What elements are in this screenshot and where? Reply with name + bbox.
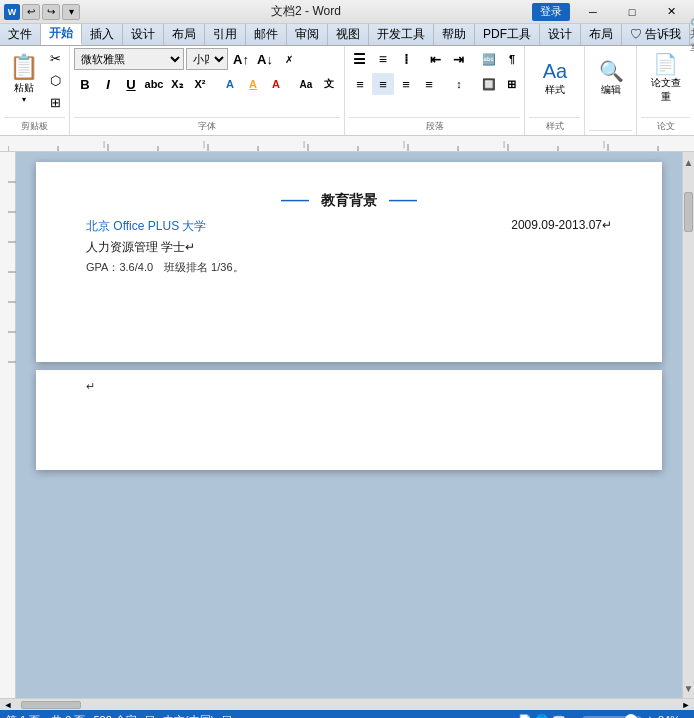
align-right-button[interactable]: ≡ [395,73,417,95]
zoom-out-button[interactable]: − [570,712,578,718]
font-name-select[interactable]: 微软雅黑 [74,48,184,70]
vertical-scrollbar[interactable]: ▲ ▼ [682,152,694,698]
tab-help[interactable]: 帮助 [434,24,475,45]
print-view-button[interactable]: 📄 [518,714,532,719]
track-changes: ☐ [222,714,232,719]
align-center-button[interactable]: ≡ [372,73,394,95]
tab-layout2[interactable]: 布局 [581,24,622,45]
quick-access-button[interactable]: ▾ [62,4,80,20]
read-view-button[interactable]: 📖 [552,714,566,719]
font-size-select[interactable]: 小四 [186,48,228,70]
subscript-button[interactable]: X₂ [166,73,188,95]
window-controls: ─ □ ✕ [574,1,690,23]
tab-file[interactable]: 文件 [0,24,41,45]
increase-indent-button[interactable]: ⇥ [448,48,470,70]
decrease-indent-button[interactable]: ⇤ [425,48,447,70]
close-button[interactable]: ✕ [652,1,690,23]
tab-home[interactable]: 开始 [41,24,82,45]
bold-button[interactable]: B [74,73,96,95]
scroll-thumb[interactable] [684,192,693,232]
svg-text:|: | [303,139,305,148]
align-left-button[interactable]: ≡ [349,73,371,95]
scroll-area[interactable]: 教育背景 北京 Office PLUS 大学 2009.09-2013.07↵ … [16,152,682,698]
horizontal-scrollbar[interactable]: ◄ ► [0,698,694,710]
font-content: 微软雅黑 小四 A↑ A↓ ✗ B I U abc X₂ X² A A A [74,48,340,117]
tab-design2[interactable]: 设计 [540,24,581,45]
paragraph-content: ☰ ≡ ⁞ ⇤ ⇥ 🔤 ¶ ≡ ≡ ≡ ≡ ↕ 🔲 ⊞ [349,48,520,117]
ruler-marks: | | | | | | [8,136,694,151]
ruby-button[interactable]: 文 [318,73,340,95]
multilevel-button[interactable]: ⁞ [395,48,417,70]
tab-layout[interactable]: 布局 [164,24,205,45]
svg-text:|: | [503,139,505,148]
tab-insert[interactable]: 插入 [82,24,123,45]
tab-design[interactable]: 设计 [123,24,164,45]
paragraph-group: ☰ ≡ ⁞ ⇤ ⇥ 🔤 ¶ ≡ ≡ ≡ ≡ ↕ 🔲 ⊞ [345,46,525,135]
tab-references[interactable]: 引用 [205,24,246,45]
italic-button[interactable]: I [97,73,119,95]
paste-button[interactable]: 📋 粘贴 ▾ [4,48,43,108]
copy-button[interactable]: ⬡ [45,70,65,90]
paper-label: 论文 [641,117,690,133]
decrease-font-button[interactable]: A↓ [254,48,276,70]
tab-mailings[interactable]: 邮件 [246,24,287,45]
clear-format-button[interactable]: ✗ [278,48,300,70]
case-button[interactable]: Aa [295,73,317,95]
format-painter-button[interactable]: ⊞ [45,92,65,112]
increase-font-button[interactable]: A↑ [230,48,252,70]
cut-button[interactable]: ✂ [45,48,65,68]
paper-content: 📄 论文查重 [641,48,690,117]
tab-view[interactable]: 视图 [328,24,369,45]
styles-button[interactable]: Aa 样式 [529,48,580,108]
page-2: ↵ [36,370,662,470]
highlight-button[interactable]: A [242,73,264,95]
styles-content: Aa 样式 [529,48,580,117]
zoom-in-button[interactable]: + [646,712,654,718]
justify-button[interactable]: ≡ [418,73,440,95]
login-button[interactable]: 登录 [532,3,570,21]
tab-developer[interactable]: 开发工具 [369,24,434,45]
paper-group: 📄 论文查重 论文 [637,46,694,135]
sort-button[interactable]: 🔤 [478,48,500,70]
scroll-right-button[interactable]: ► [678,699,694,711]
school-name: 北京 Office PLUS 大学 [86,218,206,235]
scroll-up-button[interactable]: ▲ [683,152,694,172]
scroll-track[interactable] [16,701,678,709]
superscript-button[interactable]: X² [189,73,211,95]
shading-button[interactable]: 🔲 [478,73,500,95]
zoom-percent[interactable]: 84% [658,714,688,718]
font-color-button[interactable]: A [265,73,287,95]
status-bar: 第 1 页，共 2 页 522 个字 ☑ 中文(中国) ☐ 📄 🌐 📖 − + … [0,710,694,718]
status-right: 📄 🌐 📖 − + 84% [518,712,688,718]
bullets-button[interactable]: ☰ [349,48,371,70]
borders-button[interactable]: ⊞ [501,73,523,95]
editing-group: 🔍 编辑 [585,46,637,135]
title-bar-left: W ↩ ↪ ▾ [4,4,80,20]
share-button[interactable]: 🔗 共享 [690,24,694,45]
tab-review[interactable]: 审阅 [287,24,328,45]
line-spacing-button[interactable]: ↕ [448,73,470,95]
underline-button[interactable]: U [120,73,142,95]
ribbon-tabs: 文件 开始 插入 设计 布局 引用 邮件 审阅 视图 开发工具 帮助 PDF工具… [0,24,694,46]
page-1: 教育背景 北京 Office PLUS 大学 2009.09-2013.07↵ … [36,162,662,362]
editing-button[interactable]: 🔍 编辑 [589,48,633,108]
show-marks-button[interactable]: ¶ [501,48,523,70]
redo-button[interactable]: ↪ [42,4,60,20]
tab-tellme[interactable]: ♡ 告诉我 [622,24,690,45]
numbering-button[interactable]: ≡ [372,48,394,70]
scroll-left-button[interactable]: ◄ [0,699,16,711]
maximize-button[interactable]: □ [613,1,651,23]
minimize-button[interactable]: ─ [574,1,612,23]
paragraph-label: 段落 [349,117,520,133]
tab-pdf[interactable]: PDF工具 [475,24,540,45]
text-effect-button[interactable]: A [219,73,241,95]
clipboard-label: 剪贴板 [4,117,65,133]
scroll-down-button[interactable]: ▼ [683,678,694,698]
undo-button[interactable]: ↩ [22,4,40,20]
view-controls: 📄 🌐 📖 [518,714,566,719]
scroll-h-thumb[interactable] [21,701,81,709]
editing-content: 🔍 编辑 [589,48,632,130]
strikethrough-button[interactable]: abc [143,73,165,95]
web-view-button[interactable]: 🌐 [535,714,549,719]
paper-check-button[interactable]: 📄 论文查重 [641,48,690,108]
